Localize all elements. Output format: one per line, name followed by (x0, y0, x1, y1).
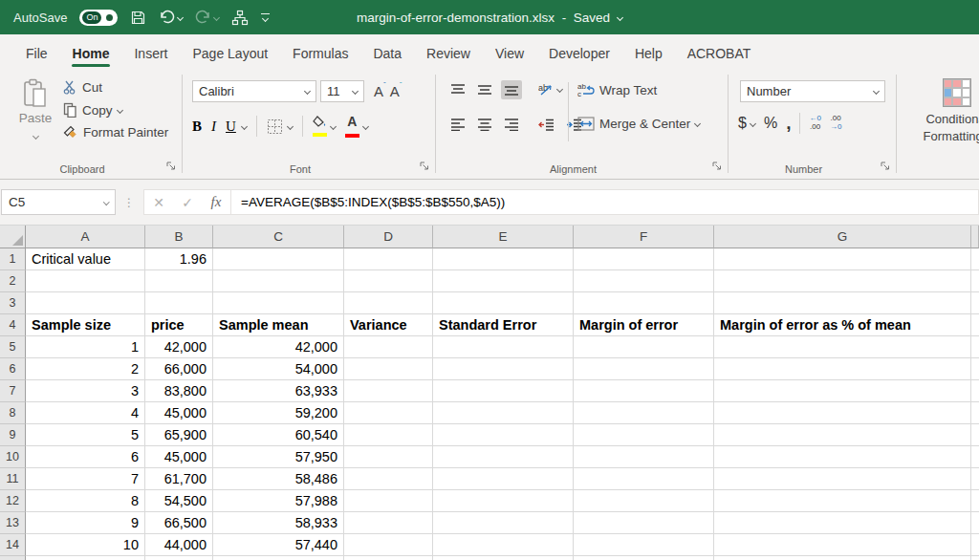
orientation-button[interactable]: ab (535, 79, 565, 99)
cell-E5[interactable] (433, 336, 574, 358)
column-header-D[interactable]: D (344, 226, 433, 248)
currency-dropdown-icon[interactable] (750, 119, 756, 126)
cell-F6[interactable] (574, 358, 714, 380)
name-box[interactable]: C5 (1, 189, 116, 215)
cell-E2[interactable] (433, 270, 574, 292)
borders-dropdown-icon[interactable] (287, 122, 294, 129)
cell-B15[interactable]: 57,000 (145, 556, 213, 560)
cell-F2[interactable] (574, 270, 714, 292)
title-dropdown-icon[interactable] (617, 13, 623, 20)
column-header-B[interactable]: B (145, 226, 213, 248)
cell-E10[interactable] (433, 446, 574, 468)
column-header-partial[interactable] (971, 226, 979, 248)
cell-D2[interactable] (344, 270, 433, 292)
cell-G9[interactable] (714, 424, 971, 446)
column-header-E[interactable]: E (433, 226, 574, 248)
cell-D12[interactable] (344, 490, 433, 512)
font-color-dropdown-icon[interactable] (362, 122, 369, 129)
cell-C12[interactable]: 57,988 (213, 490, 344, 512)
font-color-button[interactable]: A (345, 115, 359, 138)
tab-page-layout[interactable]: Page Layout (180, 37, 280, 69)
cell-D3[interactable] (344, 292, 433, 314)
cell-A14[interactable]: 10 (26, 534, 145, 556)
cell-A6[interactable]: 2 (26, 358, 145, 380)
cell-F10[interactable] (574, 446, 714, 468)
cell-A12[interactable]: 8 (26, 490, 145, 512)
cell-B10[interactable]: 45,000 (145, 446, 213, 468)
quick-access-customize-icon[interactable] (261, 13, 270, 21)
cell-E3[interactable] (433, 292, 574, 314)
cell-E9[interactable] (433, 424, 574, 446)
cell-E15[interactable] (433, 556, 574, 560)
paste-dropdown-icon[interactable] (32, 133, 38, 140)
decrease-indent-button[interactable] (535, 116, 557, 134)
cell-F11[interactable] (574, 468, 714, 490)
insert-function-button[interactable]: fx (202, 194, 230, 210)
tab-home[interactable]: Home (60, 37, 122, 69)
row-header-10[interactable]: 10 (0, 446, 26, 468)
cell-C14[interactable]: 57,440 (213, 534, 344, 556)
cell-B4[interactable]: price (145, 314, 213, 336)
cell-E4[interactable]: Standard Error (433, 314, 574, 336)
cell-partial11[interactable] (971, 468, 979, 490)
cell-B1[interactable]: 1.96 (145, 248, 213, 270)
cell-B14[interactable]: 44,000 (145, 534, 213, 556)
fill-color-dropdown-icon[interactable] (330, 122, 337, 129)
row-header-8[interactable]: 8 (0, 402, 26, 424)
orientation-dropdown-icon[interactable] (556, 86, 563, 93)
enter-button[interactable]: ✓ (173, 195, 202, 210)
percent-button[interactable]: % (764, 115, 777, 132)
row-header-13[interactable]: 13 (0, 512, 26, 534)
undo-button[interactable] (159, 10, 183, 25)
tab-review[interactable]: Review (414, 37, 483, 69)
underline-button[interactable]: U (226, 118, 236, 135)
cell-D7[interactable] (344, 380, 433, 402)
cell-partial7[interactable] (971, 380, 979, 402)
cell-F9[interactable] (574, 424, 714, 446)
tab-help[interactable]: Help (622, 37, 675, 69)
alignment-dialog-launcher[interactable] (712, 158, 722, 175)
row-header-2[interactable]: 2 (0, 270, 26, 292)
cell-B6[interactable]: 66,000 (145, 358, 213, 380)
undo-dropdown-icon[interactable] (177, 13, 184, 20)
cell-F12[interactable] (574, 490, 714, 512)
cell-F4[interactable]: Margin of error (574, 314, 714, 336)
cell-E12[interactable] (433, 490, 574, 512)
column-header-F[interactable]: F (574, 226, 714, 248)
cell-E13[interactable] (433, 512, 574, 534)
autosave-toggle[interactable]: On (79, 10, 118, 26)
row-header-15[interactable]: 15 (0, 556, 26, 560)
cell-G10[interactable] (714, 446, 971, 468)
cell-D15[interactable] (344, 556, 433, 560)
save-icon[interactable] (130, 10, 146, 26)
formula-input[interactable]: =AVERAGE($B$5:INDEX($B$5:$B$550,$A5)) (231, 189, 979, 215)
cell-E8[interactable] (433, 402, 574, 424)
cell-A7[interactable]: 3 (26, 380, 145, 402)
tab-file[interactable]: File (13, 37, 60, 69)
cell-F13[interactable] (574, 512, 714, 534)
row-header-9[interactable]: 9 (0, 424, 26, 446)
cell-D9[interactable] (344, 424, 433, 446)
cell-D6[interactable] (344, 358, 433, 380)
align-bottom-button[interactable] (501, 80, 522, 99)
cell-D14[interactable] (344, 534, 433, 556)
row-header-4[interactable]: 4 (0, 314, 26, 336)
row-header-6[interactable]: 6 (0, 358, 26, 380)
borders-button[interactable] (267, 118, 293, 135)
conditional-formatting-button[interactable]: Conditional Formatting (914, 78, 979, 144)
cell-G2[interactable] (714, 270, 971, 292)
tab-insert[interactable]: Insert (121, 37, 180, 69)
align-middle-button[interactable] (474, 80, 495, 99)
cell-D1[interactable] (344, 248, 433, 270)
cell-partial8[interactable] (971, 402, 979, 424)
cell-B5[interactable]: 42,000 (145, 336, 213, 358)
cell-C4[interactable]: Sample mean (213, 314, 344, 336)
cell-partial14[interactable] (971, 534, 979, 556)
cell-C9[interactable]: 60,540 (213, 424, 344, 446)
row-header-5[interactable]: 5 (0, 336, 26, 358)
cell-E1[interactable] (433, 248, 574, 270)
align-top-button[interactable] (447, 80, 468, 99)
align-left-button[interactable] (447, 115, 468, 134)
cell-D10[interactable] (344, 446, 433, 468)
cell-G1[interactable] (714, 248, 971, 270)
